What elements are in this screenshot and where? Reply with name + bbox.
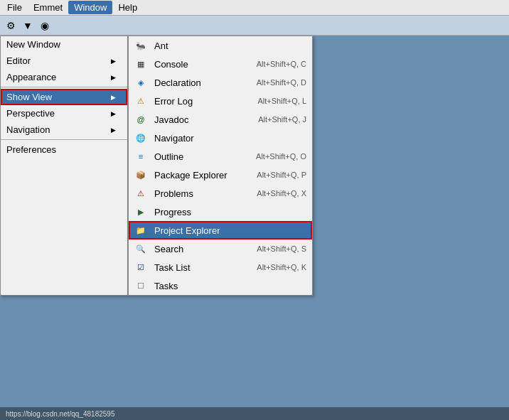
javadoc-icon: @ [134,113,147,126]
menu-item-perspective-label: Perspective [6,108,55,119]
toolbar-icons: ⚙ ▼ ◉ [3,18,53,33]
javadoc-label: Javadoc [154,114,247,125]
declaration-label: Declaration [154,77,245,88]
navigator-icon: 🌐 [134,131,147,144]
menu-item-navigator[interactable]: 🌐 Navigator [129,129,312,147]
show-view-submenu: 🐜 Ant ▦ Console Alt+Shift+Q, C ◈ Declara… [128,36,313,296]
ant-label: Ant [154,41,295,51]
footer-text: https://blog.csdn.net/qq_48182595 [6,410,114,418]
package-icon: 📦 [134,168,147,181]
tasklist-icon: ☑ [134,261,147,274]
outline-label: Outline [154,151,245,162]
task-list-label: Task List [154,262,245,273]
menu-separator-1 [1,87,127,87]
menu-item-console[interactable]: ▦ Console Alt+Shift+Q, C [129,55,312,73]
menu-item-outline[interactable]: ≡ Outline Alt+Shift+Q, O [129,147,312,166]
declaration-icon: ◈ [134,76,147,89]
menu-item-search[interactable]: 🔍 Search Alt+Shift+Q, S [129,239,312,258]
declaration-shortcut: Alt+Shift+Q, D [257,78,306,87]
menu-item-perspective[interactable]: Perspective [1,105,127,122]
menu-item-appearance-label: Appearance [6,72,56,82]
navigator-label: Navigator [154,133,295,144]
javadoc-shortcut: Alt+Shift+Q, J [258,115,306,124]
menu-item-appearance[interactable]: Appearance [1,69,127,85]
menu-item-progress[interactable]: ▶ Progress [129,203,312,221]
menu-item-tasks[interactable]: ☐ Tasks [129,276,312,295]
menubar: File Emmet Window Help [0,0,509,16]
menu-item-error-log[interactable]: ⚠ Error Log Alt+Shift+Q, L [129,92,312,110]
console-icon: ▦ [134,58,147,70]
console-shortcut: Alt+Shift+Q, C [257,60,306,68]
menu-item-declaration[interactable]: ◈ Declaration Alt+Shift+Q, D [129,73,312,92]
tasks-icon: ☐ [134,279,147,292]
menu-item-navigation-label: Navigation [6,124,50,135]
menu-item-show-view[interactable]: Show View [1,89,127,105]
menu-item-show-view-label: Show View [6,92,52,102]
search-label: Search [154,244,245,254]
menu-item-ant[interactable]: 🐜 Ant [129,36,312,55]
ant-icon: 🐜 [134,39,147,52]
menu-item-preferences[interactable]: Preferences [1,141,127,158]
menu-item-package-explorer[interactable]: 📦 Package Explorer Alt+Shift+Q, P [129,166,312,184]
menu-item-new-window[interactable]: New Window [1,36,127,53]
menu-item-javadoc[interactable]: @ Javadoc Alt+Shift+Q, J [129,110,312,129]
menu-item-editor[interactable]: Editor [1,53,127,69]
window-menu: New Window Editor Appearance Show View P… [0,36,128,296]
progress-label: Progress [154,207,295,217]
toolbar-btn-settings[interactable]: ⚙ [3,18,18,33]
outline-shortcut: Alt+Shift+Q, O [256,152,306,161]
outline-icon: ≡ [134,150,147,163]
toolbar-btn-dropdown[interactable]: ▼ [20,18,36,33]
dropdown-container: New Window Editor Appearance Show View P… [0,36,313,296]
package-explorer-label: Package Explorer [154,170,245,181]
package-shortcut: Alt+Shift+Q, P [257,171,306,179]
menu-item-editor-label: Editor [6,55,31,66]
footer-bar: https://blog.csdn.net/qq_48182595 [0,407,509,420]
project-explorer-label: Project Explorer [154,225,295,236]
problems-icon: ⚠ [134,187,147,200]
progress-icon: ▶ [134,205,147,218]
error-log-shortcut: Alt+Shift+Q, L [258,97,306,105]
problems-shortcut: Alt+Shift+Q, X [257,189,306,198]
errorlog-icon: ⚠ [134,95,147,107]
menubar-item-help[interactable]: Help [112,1,143,14]
search-icon: 🔍 [134,242,147,255]
search-shortcut: Alt+Shift+Q, S [257,244,306,253]
menu-item-navigation[interactable]: Navigation [1,122,127,138]
project-icon: 📁 [134,224,147,237]
menu-item-problems[interactable]: ⚠ Problems Alt+Shift+Q, X [129,184,312,203]
console-label: Console [154,59,245,70]
menubar-item-emmet[interactable]: Emmet [28,1,68,14]
toolbar-btn-nav[interactable]: ◉ [37,18,53,33]
menu-item-new-window-label: New Window [6,39,60,50]
menu-item-task-list[interactable]: ☑ Task List Alt+Shift+Q, K [129,258,312,276]
menubar-item-window[interactable]: Window [68,1,112,14]
task-list-shortcut: Alt+Shift+Q, K [257,263,306,271]
menubar-item-file[interactable]: File [1,1,28,14]
problems-label: Problems [154,188,245,199]
menu-item-project-explorer[interactable]: 📁 Project Explorer [129,221,312,239]
tasks-label: Tasks [154,281,295,291]
menu-item-preferences-label: Preferences [6,144,56,155]
menu-separator-2 [1,139,127,140]
error-log-label: Error Log [154,96,247,107]
toolbar: ⚙ ▼ ◉ [0,16,509,36]
